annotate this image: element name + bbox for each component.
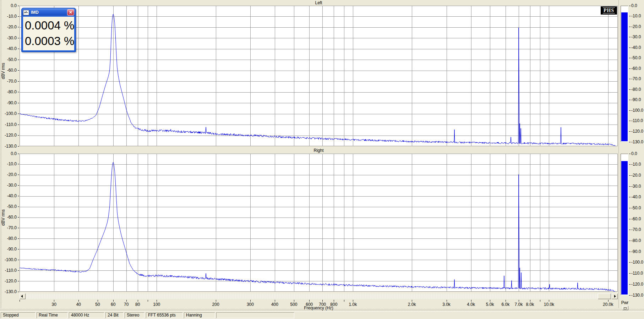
meter-tick-mark xyxy=(629,68,631,69)
x-tick-mark xyxy=(309,300,310,302)
meter-tick-label: -90.0 xyxy=(631,98,641,102)
imd-title-bar[interactable]: IMD ✕ xyxy=(22,9,75,16)
chart-title-right: Right xyxy=(20,148,618,153)
imd-readout: 0.0004 % 0.0003 % xyxy=(23,17,74,50)
meter-tick-mark xyxy=(629,164,631,165)
y-tick-label: -110.0 xyxy=(0,268,17,273)
y-tick-label: -30.0 xyxy=(0,36,17,40)
x-tick-mark xyxy=(54,300,54,302)
x-tick-mark xyxy=(334,300,334,302)
meter-tick-mark xyxy=(629,154,631,154)
meter-tick-mark xyxy=(629,89,631,90)
y-tick-mark xyxy=(18,196,19,196)
waveform-icon xyxy=(23,10,29,15)
meter-tick-mark xyxy=(629,262,631,263)
x-axis-title: Frequency (Hz) xyxy=(20,306,618,310)
meter-tick-mark xyxy=(629,6,631,6)
meter-tick-mark xyxy=(629,241,631,241)
left-arrow-icon xyxy=(21,295,23,298)
phs-logo: PHS xyxy=(601,6,617,15)
meter-tick-mark xyxy=(629,37,631,37)
y-tick-mark xyxy=(18,38,19,38)
y-tick-label: -70.0 xyxy=(0,79,17,84)
chart-title-left: Left xyxy=(20,0,618,5)
scrollbar-left-button[interactable] xyxy=(20,293,26,299)
meter-tick-label: -20.0 xyxy=(631,24,641,29)
meter-tick-mark xyxy=(629,284,631,285)
x-tick-mark xyxy=(275,300,275,302)
power-meter-fill xyxy=(621,12,628,141)
status-panel-24-bit: 24 Bit xyxy=(105,312,124,318)
horizontal-scrollbar[interactable] xyxy=(20,293,618,299)
spectrum-plot-right[interactable] xyxy=(20,154,618,292)
x-tick-mark xyxy=(549,300,549,302)
meter-tick-mark xyxy=(629,230,631,230)
y-tick-label: -110.0 xyxy=(0,122,17,127)
meter-tick-label: -30.0 xyxy=(631,184,641,189)
status-panel-stereo: Stereo xyxy=(125,312,144,318)
meter-tick-mark xyxy=(629,110,631,111)
status-panel-hanning: Hanning xyxy=(184,312,215,318)
meter-tick-label: -40.0 xyxy=(631,45,641,50)
meter-tick-mark xyxy=(629,100,631,100)
meter-tick-label: -120.0 xyxy=(631,129,643,134)
meter-tick-mark xyxy=(629,27,631,27)
y-axis-label-right: dBV rms xyxy=(1,220,6,226)
meter-tick-label: -80.0 xyxy=(631,87,641,92)
imd-value-left: 0.0004 % xyxy=(25,18,74,33)
spectrum-plot-left[interactable] xyxy=(20,6,618,146)
x-tick-mark xyxy=(157,300,157,302)
scrollbar-thumb[interactable] xyxy=(598,293,611,299)
y-tick-mark xyxy=(18,6,19,6)
x-tick-mark xyxy=(216,300,216,302)
y-tick-label: 0.0 xyxy=(0,4,17,8)
x-tick-mark xyxy=(344,300,344,302)
y-tick-mark xyxy=(18,146,19,147)
meter-tick-mark xyxy=(629,16,631,16)
close-icon[interactable]: ✕ xyxy=(67,9,74,16)
y-tick-label: -40.0 xyxy=(0,194,17,198)
meter-tick-label: -50.0 xyxy=(631,206,641,210)
x-tick-mark xyxy=(412,300,412,302)
meter-tick-label: -20.0 xyxy=(631,173,641,178)
phs-logo-text: PHS xyxy=(603,7,615,13)
y-tick-label: -130.0 xyxy=(0,144,17,149)
x-tick-mark xyxy=(78,300,79,302)
meter-tick-label: -30.0 xyxy=(631,35,641,39)
y-tick-label: -20.0 xyxy=(0,25,17,29)
meter-tick-label: -60.0 xyxy=(631,66,641,71)
y-tick-mark xyxy=(18,16,19,17)
x-tick-mark xyxy=(519,300,519,302)
x-tick-mark xyxy=(608,300,608,302)
pane-separator-left-outer xyxy=(0,0,0,308)
meter-tick-label: -100.0 xyxy=(631,260,643,265)
x-tick-mark xyxy=(138,300,138,302)
y-tick-mark xyxy=(18,175,19,175)
meter-tick-label: 0.0 xyxy=(631,152,637,156)
meter-tick-label: -110.0 xyxy=(631,271,643,276)
meter-tick-label: -100.0 xyxy=(631,108,643,113)
y-tick-mark xyxy=(18,27,19,27)
meter-tick-mark xyxy=(629,197,631,197)
power-meter-minimize-button[interactable] xyxy=(622,306,628,310)
y-tick-label: -100.0 xyxy=(0,258,17,262)
y-tick-mark xyxy=(18,260,19,260)
meter-tick-label: -130.0 xyxy=(631,140,643,144)
meter-tick-label: -70.0 xyxy=(631,77,641,81)
y-tick-label: -80.0 xyxy=(0,236,17,241)
y-tick-mark xyxy=(18,70,19,71)
y-tick-label: -50.0 xyxy=(0,57,17,62)
x-tick-mark xyxy=(148,300,148,302)
meter-tick-label: -10.0 xyxy=(631,162,641,167)
imd-window: IMD ✕ 0.0004 % 0.0003 % xyxy=(21,8,76,52)
y-tick-mark xyxy=(18,228,19,228)
scrollbar-right-button[interactable] xyxy=(612,293,618,299)
meter-tick-label: -80.0 xyxy=(631,238,641,243)
meter-tick-mark xyxy=(629,79,631,79)
status-panel-stopped: Stopped xyxy=(1,312,36,318)
meter-tick-label: -110.0 xyxy=(631,119,643,123)
right-arrow-icon xyxy=(614,295,616,298)
pane-separator-bottom-outer xyxy=(0,309,644,309)
pane-separator-bottom-inner xyxy=(0,310,644,310)
power-meter-fill xyxy=(621,161,628,295)
